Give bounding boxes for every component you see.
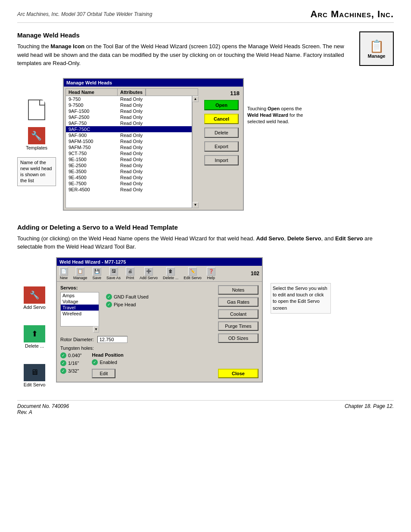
footer-right: Chapter 18. Page 12. xyxy=(345,403,394,415)
import-button[interactable]: Import xyxy=(204,155,239,165)
table-row[interactable]: 9AF-2500Read Only xyxy=(66,114,192,120)
add-servo-label: Add Servo xyxy=(23,305,45,310)
page-header: Arc Machines, Inc. Model 307 Orbital Tub… xyxy=(17,9,394,23)
table-row-selected[interactable]: 9AF-750C xyxy=(66,126,192,132)
gas-rates-button[interactable]: Gas Rates xyxy=(218,297,258,307)
table-row[interactable]: 9AFM-750Read Only xyxy=(66,144,192,150)
open-annotation-area: Touching Open opens the Weld Head Wizard… xyxy=(246,104,306,127)
od-sizes-button[interactable]: OD Sizes xyxy=(218,333,258,343)
close-button[interactable]: Close xyxy=(218,369,258,378)
toolbar-delete-icon[interactable]: 🗑 xyxy=(166,267,175,276)
table-row[interactable]: 9CT-750Read Only xyxy=(66,150,192,156)
toolbar-addservo-icon[interactable]: ➕ xyxy=(144,267,153,276)
wizard-body: Servos: Amps Voltage Travel Wirefeed xyxy=(57,282,262,382)
table-row[interactable]: 9E-3500Read Only xyxy=(66,168,192,174)
tungsten-040[interactable]: ✓ 0.040" xyxy=(60,352,81,358)
toolbar-editservo-label: Edit Servo xyxy=(184,276,202,280)
tungsten-holes: ✓ 0.040" ✓ 1/16" ✓ 3/32" xyxy=(60,352,81,378)
toolbar-saveas-label: Save As xyxy=(106,276,121,280)
dialog-number: 118 xyxy=(230,90,240,96)
rotor-row: Rotor Diameter: xyxy=(60,336,211,343)
wizard-annotation-right: Select the Servo you wish to edit and to… xyxy=(271,283,331,314)
servos-label: Servos: xyxy=(60,285,211,290)
export-button[interactable]: Export xyxy=(204,141,239,152)
head-position-area: Head Position ✓ Enabled Edit xyxy=(92,352,123,378)
scroll-up-arrow[interactable]: ▲ xyxy=(193,96,199,102)
wizard-title: Weld Head Wizard - M77-1275 xyxy=(59,259,126,264)
table-row[interactable]: 9AF-900Read Only xyxy=(66,132,192,138)
toolbar-print-icon[interactable]: 🖨 xyxy=(126,267,134,276)
table-row[interactable]: 9-750Read Only xyxy=(66,96,192,102)
footer-rev: Rev. A xyxy=(17,409,69,415)
add-servo-bold: Add Servo xyxy=(256,235,284,242)
servo-scrollbar: ▼ xyxy=(60,327,99,333)
table-row[interactable]: 9E-7500Read Only xyxy=(66,180,192,187)
table-row[interactable]: 9AFM-1500Read Only xyxy=(66,138,192,144)
wizard-icons-col: 🔧 Add Servo ⬆ Delete ... 🖥 Edit Servo xyxy=(17,257,52,387)
manage-icon-image: 📋 xyxy=(369,39,384,53)
col-head-attr: Attributes xyxy=(118,89,146,96)
add-servo-icon-group: 🔧 Add Servo xyxy=(23,286,45,310)
head-pos-enabled[interactable]: ✓ Enabled xyxy=(92,359,123,365)
table-row[interactable]: 9-7500Read Only xyxy=(66,102,192,108)
table-row[interactable]: 9ER-4500Read Only xyxy=(66,187,192,193)
toolbar-group-6: ➕ Add Servo xyxy=(140,267,158,280)
header-left-title: Arc Machines, Inc. Model 307 Orbital Tub… xyxy=(17,11,152,17)
scrollbar[interactable]: ▲ ▼ xyxy=(192,96,198,208)
toolbar-manage-icon[interactable]: 📋 xyxy=(76,267,84,276)
toolbar-saveas-icon[interactable]: 🖫 xyxy=(109,267,118,276)
toolbar-addservo-label: Add Servo xyxy=(140,276,158,280)
open-annotation: Touching Open opens the Weld Head Wizard… xyxy=(246,104,306,127)
servos-list[interactable]: Amps Voltage Travel Wirefeed xyxy=(60,292,99,327)
toolbar-manage-label: Manage xyxy=(73,276,87,280)
col-head-name: Head Name xyxy=(66,89,118,96)
weld-list-header: Head Name Attributes xyxy=(65,88,198,96)
table-row[interactable]: 9E-2500Read Only xyxy=(66,162,192,168)
footer-left: Document No. 740096 Rev. A xyxy=(17,403,69,415)
servo-scroll-down[interactable]: ▼ xyxy=(93,327,99,333)
edit-button[interactable]: Edit xyxy=(92,369,115,378)
scroll-down-arrow[interactable]: ▼ xyxy=(193,202,199,208)
toolbar-editservo-icon[interactable]: ✏️ xyxy=(188,267,197,276)
pipe-head-check-icon: ✓ xyxy=(106,302,112,308)
delete-button[interactable]: Delete xyxy=(204,128,239,138)
weld-dialog-title: Manage Weld Heads xyxy=(64,79,243,87)
weld-list-scroll[interactable]: 9-750Read Only 9-7500Read Only 9AF-1500R… xyxy=(65,96,192,208)
table-row[interactable]: 9E-1500Read Only xyxy=(66,156,192,162)
gnd-fault-checkbox[interactable]: ✓ GND Fault Used xyxy=(106,294,149,300)
toolbar-help-label: Help xyxy=(207,276,215,280)
toolbar-group-7: 🗑 Delete ... xyxy=(163,267,178,280)
wizard-left-panel: Servos: Amps Voltage Travel Wirefeed xyxy=(57,282,215,382)
toolbar-save-label: Save xyxy=(93,276,102,280)
list-item-selected[interactable]: Travel xyxy=(61,305,99,311)
list-item[interactable]: Wirefeed xyxy=(61,311,99,317)
toolbar-group-4: 🖫 Save As xyxy=(106,267,121,280)
table-row[interactable]: 9E-4500Read Only xyxy=(66,174,192,180)
table-row[interactable]: 9AF-750Read Only xyxy=(66,120,192,126)
toolbar-help-icon[interactable]: ❓ xyxy=(207,267,215,276)
list-item[interactable]: Voltage xyxy=(61,299,99,305)
tungsten-332[interactable]: ✓ 3/32" xyxy=(60,368,81,374)
coolant-button[interactable]: Coolant xyxy=(218,309,258,319)
notes-button[interactable]: Notes xyxy=(218,285,258,295)
toolbar-save-icon[interactable]: 💾 xyxy=(93,267,101,276)
purge-times-button[interactable]: Purge Times xyxy=(218,321,258,331)
add-servo-icon: 🔧 xyxy=(24,286,45,304)
rotor-input[interactable] xyxy=(97,336,128,343)
tungsten-116-label: 1/16" xyxy=(68,361,79,366)
head-pos-enabled-label: Enabled xyxy=(100,360,117,365)
tungsten-116[interactable]: ✓ 1/16" xyxy=(60,360,81,366)
toolbar-group-3: 💾 Save xyxy=(93,267,102,280)
section1: Manage Weld Heads Touching the Manage Ic… xyxy=(17,31,394,211)
manage-icon-box: 📋 Manage xyxy=(359,31,394,66)
tungsten-label: Tungsten holes: xyxy=(60,345,211,351)
table-row[interactable]: 9AF-1500Read Only xyxy=(66,108,192,114)
pipe-head-checkbox[interactable]: ✓ Pipe Head xyxy=(106,302,149,308)
open-button[interactable]: Open xyxy=(204,100,239,110)
list-item[interactable]: Amps xyxy=(61,292,99,299)
manage-weld-diagram: 🔧 Templates Name of the new weld head is… xyxy=(17,78,394,211)
toolbar-new-icon[interactable]: 📄 xyxy=(59,267,68,276)
delete-servo-icon-group: ⬆ Delete ... xyxy=(24,325,45,348)
section1-paragraph: Touching the Manage Icon on the Tool Bar… xyxy=(17,42,352,68)
cancel-button[interactable]: Cancel xyxy=(204,114,239,124)
